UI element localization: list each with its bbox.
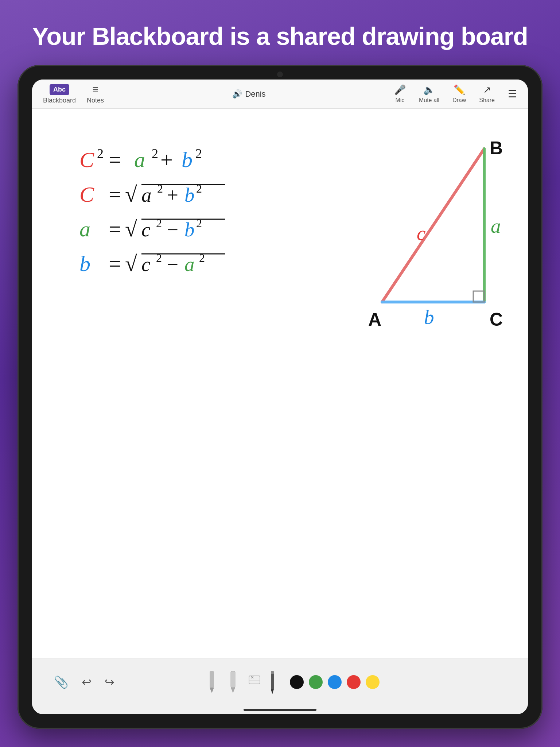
eraser-tool[interactable]: ✕ — [247, 669, 262, 695]
triangle-drawing: B A C c a b — [360, 127, 513, 353]
color-palette — [290, 675, 380, 689]
svg-marker-48 — [231, 688, 235, 693]
svg-text:a: a — [141, 184, 152, 206]
headline: Your Blackboard is a shared drawing boar… — [32, 22, 528, 50]
draw-button[interactable]: ✏️ Draw — [452, 84, 466, 104]
svg-text:=: = — [109, 252, 121, 276]
svg-text:2: 2 — [156, 217, 162, 230]
svg-text:2: 2 — [196, 182, 202, 195]
svg-text:√: √ — [125, 217, 137, 241]
svg-text:−: − — [167, 218, 178, 241]
svg-text:b: b — [182, 148, 192, 172]
color-yellow[interactable] — [366, 675, 380, 689]
svg-text:=: = — [109, 217, 121, 241]
notes-icon: ≡ — [92, 84, 98, 95]
svg-text:c: c — [417, 222, 425, 244]
mic-label: Mic — [395, 97, 404, 104]
share-icon: ↗ — [483, 84, 491, 96]
svg-rect-47 — [231, 671, 235, 688]
svg-text:+: + — [167, 184, 178, 206]
svg-text:C: C — [79, 182, 94, 206]
blackboard-label: Blackboard — [43, 97, 76, 104]
pen-tool-2[interactable] — [226, 669, 240, 695]
hamburger-icon: ☰ — [508, 88, 517, 100]
svg-text:=: = — [109, 182, 121, 206]
svg-text:a: a — [184, 253, 195, 275]
user-name-text: Denis — [245, 89, 265, 99]
svg-text:c: c — [141, 253, 150, 275]
svg-text:✕: ✕ — [250, 675, 254, 680]
tablet-screen: Abc Blackboard ≡ Notes 🔊 Denis 🎤 Mic — [32, 80, 528, 714]
svg-text:A: A — [368, 309, 381, 330]
svg-text:−: − — [167, 253, 178, 275]
svg-text:a: a — [491, 215, 501, 237]
undo-icon[interactable]: ↩ — [82, 675, 92, 689]
menu-button[interactable]: ☰ — [508, 88, 517, 100]
svg-text:2: 2 — [199, 251, 205, 264]
tablet-camera — [277, 71, 283, 77]
svg-marker-53 — [271, 689, 274, 694]
svg-text:2: 2 — [157, 182, 163, 195]
svg-text:a: a — [134, 148, 145, 172]
math-equations: C 2 = a 2 + b 2 C = √ — [69, 138, 280, 342]
share-label: Share — [479, 97, 495, 104]
mic-button[interactable]: 🎤 Mic — [394, 84, 406, 104]
svg-line-35 — [382, 149, 484, 302]
svg-text:b: b — [424, 306, 434, 328]
notes-button[interactable]: ≡ Notes — [87, 84, 104, 104]
svg-text:2: 2 — [195, 146, 202, 161]
color-blue[interactable] — [328, 675, 342, 689]
svg-text:2: 2 — [152, 146, 158, 161]
pen-tool-1[interactable] — [205, 669, 219, 695]
svg-rect-54 — [271, 671, 274, 674]
mute-all-button[interactable]: 🔈 Mute all — [419, 84, 439, 104]
bottom-toolbar: 📎 ↩ ↪ ✕ — [32, 658, 528, 705]
draw-label: Draw — [452, 97, 466, 104]
color-red[interactable] — [347, 675, 361, 689]
color-black[interactable] — [290, 675, 304, 689]
svg-text:b: b — [184, 218, 195, 241]
svg-text:B: B — [490, 138, 503, 158]
svg-text:2: 2 — [196, 217, 202, 230]
svg-text:C: C — [490, 309, 503, 330]
svg-text:c: c — [141, 218, 150, 241]
blackboard-button[interactable]: Abc Blackboard — [43, 84, 76, 104]
color-green[interactable] — [309, 675, 323, 689]
svg-text:2: 2 — [156, 251, 162, 264]
svg-text:+: + — [160, 148, 173, 172]
mute-icon: 🔈 — [423, 84, 435, 96]
svg-text:2: 2 — [97, 146, 104, 161]
svg-text:=: = — [109, 148, 121, 172]
svg-marker-46 — [210, 688, 214, 693]
svg-rect-38 — [473, 291, 484, 302]
speaker-icon: 🔊 — [232, 89, 242, 99]
home-indicator — [244, 709, 316, 711]
canvas-area[interactable]: C 2 = a 2 + b 2 C = √ — [32, 109, 528, 658]
notes-label: Notes — [87, 97, 104, 104]
svg-text:b: b — [184, 184, 195, 206]
svg-text:√: √ — [125, 252, 137, 276]
mute-all-label: Mute all — [419, 97, 439, 104]
tablet-frame: Abc Blackboard ≡ Notes 🔊 Denis 🎤 Mic — [18, 65, 542, 729]
svg-text:C: C — [79, 148, 94, 172]
svg-rect-45 — [210, 671, 214, 688]
attach-icon[interactable]: 📎 — [54, 675, 69, 689]
top-bar: Abc Blackboard ≡ Notes 🔊 Denis 🎤 Mic — [32, 80, 528, 109]
svg-text:√: √ — [125, 182, 137, 206]
share-button[interactable]: ↗ Share — [479, 84, 495, 104]
blackboard-icon: Abc — [50, 84, 69, 95]
user-name-display: 🔊 Denis — [232, 89, 265, 99]
redo-icon[interactable]: ↪ — [105, 675, 114, 689]
draw-icon: ✏️ — [454, 84, 465, 96]
svg-text:b: b — [79, 252, 90, 276]
marker-tool[interactable] — [269, 669, 275, 695]
svg-text:a: a — [79, 217, 90, 241]
mic-icon: 🎤 — [394, 84, 406, 96]
